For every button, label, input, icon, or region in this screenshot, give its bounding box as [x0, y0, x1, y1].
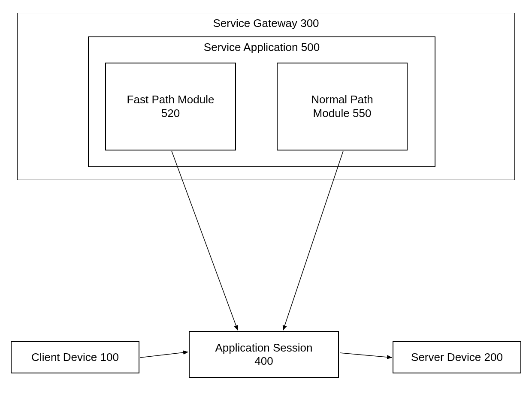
- arrow-client-to-session: [140, 352, 188, 358]
- normal-path-module-box: Normal Path Module 550: [277, 63, 408, 150]
- application-session-box: Application Session 400: [189, 331, 339, 378]
- normal-path-line2: Module 550: [313, 107, 372, 120]
- arrow-session-to-server: [340, 353, 392, 358]
- normal-path-line1: Normal Path: [311, 93, 373, 106]
- service-gateway-title: Service Gateway 300: [18, 17, 514, 30]
- fast-path-module-box: Fast Path Module 520: [105, 63, 236, 150]
- fast-path-line2: 520: [161, 107, 180, 120]
- app-session-line2: 400: [254, 355, 273, 368]
- client-device-box: Client Device 100: [11, 341, 139, 373]
- service-application-title: Service Application 500: [89, 41, 435, 54]
- app-session-line1: Application Session: [215, 341, 313, 355]
- fast-path-line1: Fast Path Module: [127, 93, 215, 106]
- server-device-box: Server Device 200: [393, 341, 521, 373]
- server-device-label: Server Device 200: [411, 351, 503, 364]
- client-device-label: Client Device 100: [31, 351, 119, 364]
